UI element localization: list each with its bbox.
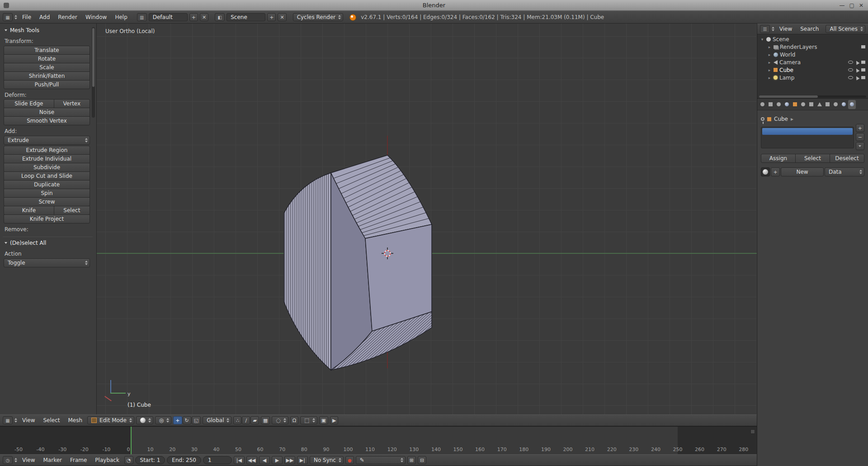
scene-name-field[interactable]: Scene [226,13,265,21]
shrink-fatten-button[interactable]: Shrink/Fatten [4,71,90,81]
keying-set-dropdown[interactable]: ✎ [356,456,406,464]
tab-constraints-icon[interactable] [799,100,807,109]
outliner-filter-dropdown[interactable]: All Scenes [826,25,865,33]
screen-add-button[interactable]: + [189,13,198,21]
tab-scene-icon[interactable] [775,100,783,109]
limit-selection-visible-icon[interactable]: ▦ [261,416,270,424]
selectability-icon[interactable] [855,67,860,72]
menu-mesh[interactable]: Mesh [65,416,86,424]
loop-cut-button[interactable]: Loop Cut and Slide [4,171,90,181]
outliner-row-scene[interactable]: ▾ Scene [757,35,868,43]
extrude-dropdown[interactable]: Extrude [4,136,90,145]
tab-material-icon[interactable] [848,100,856,109]
maximize-button[interactable]: ▢ [849,2,854,9]
tab-modifiers-icon[interactable] [807,100,815,109]
material-slot-list[interactable] [761,127,854,148]
manipulator-rotate-button[interactable]: ↻ [183,416,191,424]
outliner-row-renderlayers[interactable]: ▸ RenderLayers [757,43,868,51]
opengl-render-icon[interactable]: ▣ [319,416,328,424]
panel-mesh-tools-header[interactable]: Mesh Tools [4,25,90,35]
menu-marker[interactable]: Marker [40,456,65,464]
select-mode-vertex-icon[interactable]: ∴ [233,416,241,424]
outliner-row-cube[interactable]: ▸ Cube [757,66,868,74]
pivot-dropdown[interactable]: ◎ [155,416,171,424]
scale-button[interactable]: Scale [4,63,90,72]
menu-view-timeline[interactable]: View [19,456,38,464]
menu-file[interactable]: File [19,13,34,21]
window-titlebar[interactable]: Blender — ▢ ✕ [0,0,868,11]
selectability-icon[interactable] [855,75,860,80]
end-frame-field[interactable]: End: 250 [167,456,201,464]
outliner-row-camera[interactable]: ▸ Camera [757,58,868,66]
renderability-icon[interactable] [861,68,865,71]
auto-keyframe-record-button[interactable]: ● [345,456,354,464]
timeline-ruler[interactable]: -50-40-30-20-100102030405060708090100110… [0,426,757,454]
menu-help[interactable]: Help [112,13,130,21]
scene-add-button[interactable]: + [267,13,276,21]
slot-remove-button[interactable]: − [856,133,864,141]
expand-icon[interactable]: ▸ [767,76,772,80]
outliner-scrollbar[interactable] [759,95,866,98]
play-reverse-button[interactable]: ◀ [259,456,270,464]
header-menu-toggle-icon[interactable] [14,418,17,423]
renderability-icon[interactable] [861,61,865,64]
render-toggle-icon[interactable] [861,45,865,48]
menu-add[interactable]: Add [36,13,53,21]
knife-project-button[interactable]: Knife Project [4,214,90,223]
outliner-row-world[interactable]: ▸ World [757,51,868,58]
render-engine-dropdown[interactable]: Cycles Render [293,13,344,21]
menu-select[interactable]: Select [40,416,63,424]
header-menu-toggle-icon[interactable] [14,458,17,462]
assign-button[interactable]: Assign [761,154,796,163]
start-frame-field[interactable]: Start: 1 [135,456,165,464]
outliner-row-lamp[interactable]: ▸ Lamp [757,74,868,81]
viewport-3d[interactable]: User Ortho (Local) y (1) Cube [97,24,757,414]
material-slot-selected[interactable] [762,128,853,135]
menu-render[interactable]: Render [55,13,80,21]
knife-select-button[interactable]: Select [54,206,90,215]
transform-orientation-dropdown[interactable]: Global [203,416,231,424]
scene-delete-button[interactable]: ✕ [278,13,286,21]
viewport-shading-dropdown[interactable] [136,416,153,424]
tab-render-icon[interactable] [759,100,766,109]
jump-to-end-button[interactable]: ▶| [297,456,308,464]
tool-shelf-scrollbar[interactable] [92,27,95,118]
material-preview-icon[interactable] [761,167,770,176]
scene-browse-icon[interactable]: ◧ [215,13,225,21]
deselect-button[interactable]: Deselect [830,154,864,163]
manipulator-translate-button[interactable]: + [173,416,182,424]
renderability-icon[interactable] [861,76,865,79]
snap-magnet-icon[interactable]: Ω [290,416,298,424]
play-button[interactable]: ▶ [272,456,283,464]
jump-next-keyframe-button[interactable]: ▶▶ [284,456,295,464]
smooth-vertex-button[interactable]: Smooth Vertex [4,116,90,125]
visibility-eye-icon[interactable] [848,61,853,64]
close-button[interactable]: ✕ [859,2,863,9]
menu-view-outliner[interactable]: View [776,25,795,33]
jump-prev-keyframe-button[interactable]: ◀◀ [246,456,257,464]
visibility-eye-icon[interactable] [848,68,853,71]
menu-playback[interactable]: Playback [92,456,123,464]
manipulator-scale-button[interactable]: ◱ [192,416,201,424]
editor-type-outliner-icon[interactable]: ☰ [760,25,770,33]
opengl-render-anim-icon[interactable]: ▶ [330,416,338,424]
panel-deselect-header[interactable]: (De)select All [4,238,90,248]
current-frame-field[interactable]: 1 [203,456,232,464]
editor-type-3dview-icon[interactable]: ▦ [3,416,13,424]
preview-range-icon[interactable]: ◔ [124,456,133,464]
editor-type-info-icon[interactable]: ▦ [3,13,13,21]
select-button[interactable]: Select [795,154,830,163]
tab-particles-icon[interactable] [832,100,840,109]
spin-button[interactable]: Spin [4,189,90,198]
tab-physics-icon[interactable] [840,100,848,109]
sync-dropdown[interactable]: No Sync [310,456,344,464]
menu-window[interactable]: Window [82,13,110,21]
action-toggle-dropdown[interactable]: Toggle [4,258,90,267]
tab-object-icon[interactable] [791,100,799,109]
screen-layout-field[interactable]: Default [149,13,188,21]
selectability-icon[interactable] [855,60,860,65]
minimize-button[interactable]: — [840,2,845,9]
tab-data-icon[interactable] [816,100,823,109]
select-mode-face-icon[interactable]: ▰ [250,416,259,424]
data-link-dropdown[interactable]: Data [825,167,864,176]
